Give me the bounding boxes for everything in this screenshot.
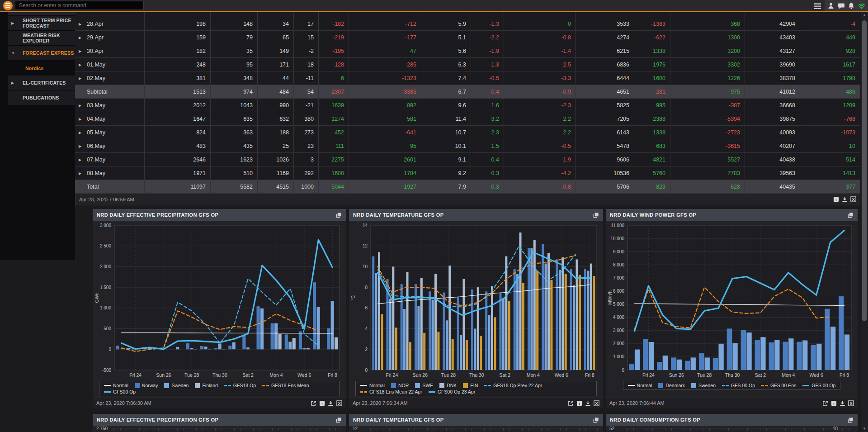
legend-item[interactable]: GFS 00 Op xyxy=(722,383,755,388)
sidebar-item-short-term-price-forecast[interactable]: ▶SHORT TERM PRICE FORECAST xyxy=(8,16,75,31)
table-row[interactable]: ▶07.May264616231026-3227526019.10.4-1.99… xyxy=(75,153,860,166)
vertical-scrollbar[interactable]: ▲ ▼ xyxy=(861,12,868,432)
table-row[interactable]: ▶08.May19715101169292160017849.20.3-4.21… xyxy=(75,166,860,180)
table-cell: 5.9 xyxy=(421,17,471,31)
legend-item[interactable]: GFS00 Op xyxy=(104,389,136,394)
table-row[interactable]: ▶05.May824363188273452-64110.72.32.26143… xyxy=(75,126,860,139)
popout-icon[interactable] xyxy=(848,417,854,423)
legend-item[interactable]: GFS 00 Ens xyxy=(761,383,796,388)
app-logo[interactable] xyxy=(3,1,13,10)
table-cell: 1.5 xyxy=(471,139,504,153)
external-link-icon[interactable] xyxy=(311,400,316,406)
excel-icon[interactable]: X xyxy=(850,196,856,202)
popout-icon[interactable] xyxy=(336,212,342,218)
info-icon[interactable]: i xyxy=(576,400,582,406)
legend-item[interactable]: FIN xyxy=(463,383,478,388)
chat-icon[interactable] xyxy=(838,2,845,9)
chevron-down-icon[interactable]: ▼ xyxy=(11,51,15,55)
legend-item[interactable]: Sweden xyxy=(691,383,716,388)
legend-item[interactable]: GFS18 Ens Mean 22 Apr xyxy=(360,389,422,394)
popout-icon[interactable] xyxy=(593,417,599,423)
table-cell: 79 xyxy=(211,31,258,44)
legend-item[interactable]: Finland xyxy=(195,383,217,388)
info-icon[interactable]: i xyxy=(833,196,839,202)
legend-item[interactable]: Normal xyxy=(360,383,385,388)
legend-item[interactable]: GFS18 Ens Mean xyxy=(262,383,309,388)
legend-item[interactable]: Norway xyxy=(135,383,158,388)
table-cell: -1.3 xyxy=(471,58,504,71)
excel-icon[interactable]: X xyxy=(848,400,854,406)
row-label-cell: ▶04.May xyxy=(75,112,145,126)
legend-item[interactable]: GFS 00 Op xyxy=(802,383,835,388)
external-link-icon[interactable] xyxy=(568,400,574,406)
download-icon[interactable] xyxy=(585,400,591,406)
download-icon[interactable] xyxy=(842,196,848,202)
legend-item[interactable]: GFS18 Op Prev 22 Apr xyxy=(484,383,542,388)
table-row[interactable]: ▶03.May20121043990-2116398929.61.6-2.358… xyxy=(75,99,860,112)
table-cell: 171 xyxy=(258,58,294,71)
scroll-up-arrow[interactable]: ▲ xyxy=(861,12,868,19)
expand-caret-icon[interactable]: ▶ xyxy=(79,22,81,26)
excel-icon[interactable]: X xyxy=(594,400,599,406)
table-row[interactable]: ▶28.Apr1981483417-182-7125.9-1.303533-13… xyxy=(75,17,860,31)
table-cell: -387 xyxy=(670,99,745,112)
expand-caret-icon[interactable]: ▶ xyxy=(79,76,81,80)
expand-caret-icon[interactable]: ▶ xyxy=(79,144,81,148)
y-axis-label: 2 750 xyxy=(96,426,108,431)
wifi-icon[interactable] xyxy=(858,2,865,9)
expand-caret-icon[interactable]: ▶ xyxy=(79,103,81,107)
excel-icon[interactable]: X xyxy=(336,400,342,406)
sidebar-item-nordics[interactable]: Nordics xyxy=(8,61,75,76)
table-cell: 1043 xyxy=(211,99,258,112)
expand-caret-icon[interactable]: ▶ xyxy=(79,130,81,134)
legend-item[interactable]: NOR xyxy=(391,383,409,388)
legend-item[interactable]: Normal xyxy=(104,383,128,388)
chevron-right-icon[interactable]: ▶ xyxy=(11,21,14,25)
table-row[interactable]: ▶30.Apr18235149-2-195475.6-1.9-1.4621513… xyxy=(75,44,860,58)
table-row[interactable]: ▶29.Apr159796515-219-1775.1-2.2-0.84274-… xyxy=(75,31,860,44)
legend-item[interactable]: DNK xyxy=(439,383,457,388)
expand-caret-icon[interactable]: ▶ xyxy=(79,171,81,175)
popout-icon[interactable] xyxy=(848,212,854,218)
user-icon[interactable] xyxy=(827,2,835,9)
download-icon[interactable] xyxy=(840,400,845,406)
chevron-right-icon[interactable]: ▶ xyxy=(11,81,14,85)
expand-caret-icon[interactable]: ▶ xyxy=(79,157,81,161)
sidebar-item-weather-risk-explorer[interactable]: WEATHER RISK EXPLORER xyxy=(8,31,75,46)
legend-item[interactable]: Denmark xyxy=(658,383,685,388)
scroll-down-arrow[interactable]: ▼ xyxy=(861,426,868,432)
popout-icon[interactable] xyxy=(593,212,599,218)
legend-item[interactable]: GFS18 Op xyxy=(224,383,256,388)
sidebar-item-publications[interactable]: PUBLICATIONS xyxy=(8,90,75,105)
expand-caret-icon[interactable]: ▶ xyxy=(79,62,81,66)
legend-item[interactable]: Sweden xyxy=(164,383,189,388)
scrollbar-thumb[interactable] xyxy=(862,20,867,321)
info-icon[interactable]: i xyxy=(319,400,325,406)
legend-item[interactable]: GFS00 Op 23 Apr xyxy=(429,389,475,394)
table-row[interactable]: ▶02.May38134844-116-13237.4-0.5-3.364441… xyxy=(75,71,860,85)
table-cell: 1026 xyxy=(258,153,294,166)
expand-caret-icon[interactable]: ▶ xyxy=(79,35,81,39)
table-row[interactable]: ▶01.May24895171-18-128-2856.3-1.3-2.5683… xyxy=(75,58,860,71)
panel-body: 52 18 xyxy=(606,426,858,432)
table-row[interactable]: ▶06.May48343525231119510.11.5-0.55478683… xyxy=(75,139,860,153)
legend-item[interactable]: Normal xyxy=(628,383,652,388)
menu-icon[interactable] xyxy=(814,3,821,9)
expand-caret-icon[interactable]: ▶ xyxy=(79,117,81,121)
popout-icon[interactable] xyxy=(336,417,342,423)
expand-caret-icon[interactable]: ▶ xyxy=(79,49,81,53)
legend-swatch xyxy=(262,385,269,386)
info-icon[interactable]: i xyxy=(831,400,837,406)
sidebar-item-forecast-express[interactable]: ▼FORECAST EXPRESS xyxy=(8,46,75,61)
legend-item[interactable]: SWE xyxy=(415,383,433,388)
panel-title: NRD DAILY EFFECTIVE PRECIPITATION GFS OP xyxy=(97,212,218,218)
row-label: 28.Apr xyxy=(87,21,104,27)
panel-body: 3 0002 5002 0001 5001 0005000-500Fri 24S… xyxy=(93,221,346,398)
download-icon[interactable] xyxy=(328,400,334,406)
notifications-icon[interactable] xyxy=(848,2,855,9)
sidebar-item-el-certificates[interactable]: ▶EL-CERTIFICATES xyxy=(8,76,75,90)
svg-text:i: i xyxy=(579,401,580,405)
table-row[interactable]: ▶04.May1647635632380127458111.43.22.2720… xyxy=(75,112,860,126)
search-input[interactable] xyxy=(15,1,144,10)
external-link-icon[interactable] xyxy=(822,400,828,406)
